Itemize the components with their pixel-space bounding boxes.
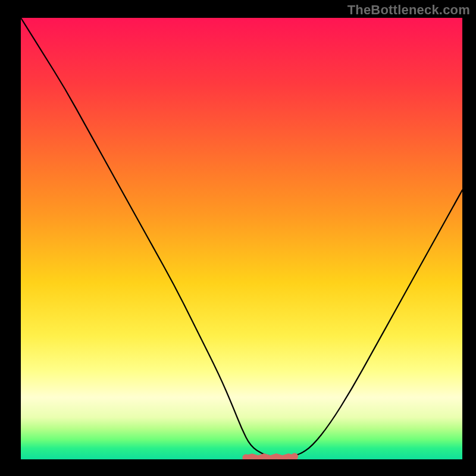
chart-stage: TheBottleneck.com: [0, 0, 476, 476]
gradient-background: [21, 18, 462, 459]
watermark-label: TheBottleneck.com: [347, 2, 470, 18]
optimal-start-dot: [242, 454, 249, 461]
optimal-end-dot: [291, 453, 298, 460]
optimal-flat-region: [246, 456, 295, 458]
bottleneck-chart: [0, 0, 476, 476]
